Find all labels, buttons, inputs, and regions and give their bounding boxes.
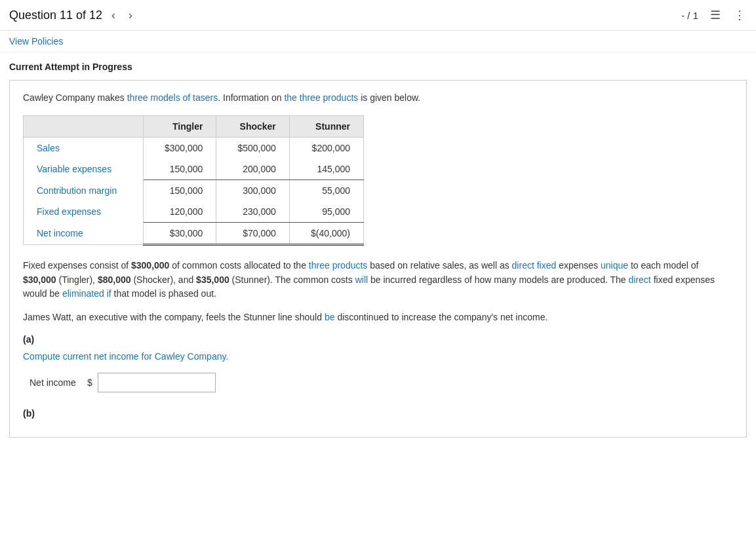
part-a-label: (a) xyxy=(23,334,733,345)
product-table: Tingler Shocker Stunner Sales$300,000$50… xyxy=(23,115,364,246)
highlight-three-models: three models of tasers xyxy=(127,92,218,103)
table-row: Fixed expenses120,000230,00095,000 xyxy=(24,201,364,223)
header-left: Question 11 of 12 ‹ › xyxy=(9,7,681,24)
view-policies-link[interactable]: View Policies xyxy=(9,36,63,47)
row-value-shocker: 200,000 xyxy=(216,159,289,180)
col-header-tingler: Tingler xyxy=(143,116,216,138)
question-intro: Cawley Company makes three models of tas… xyxy=(23,91,733,105)
main-content: Current Attempt in Progress Cawley Compa… xyxy=(0,52,756,462)
table-row: Contribution margin150,000300,00055,000 xyxy=(24,180,364,202)
fixed-expenses-para: Fixed expenses consist of $300,000 of co… xyxy=(23,259,733,301)
row-value-stunner: 55,000 xyxy=(289,180,363,202)
row-value-stunner: $(40,000) xyxy=(289,223,363,245)
row-value-shocker: 300,000 xyxy=(216,180,289,202)
col-header-label xyxy=(24,116,144,138)
sub-header: View Policies xyxy=(0,31,756,52)
row-value-tingler: 150,000 xyxy=(143,180,216,202)
row-value-tingler: $30,000 xyxy=(143,223,216,245)
row-label: Sales xyxy=(24,138,144,159)
col-header-stunner: Stunner xyxy=(289,116,363,138)
part-b-label: (b) xyxy=(23,408,733,419)
question-box: Cawley Company makes three models of tas… xyxy=(9,80,747,438)
table-row: Variable expenses150,000200,000145,000 xyxy=(24,159,364,180)
row-value-tingler: 150,000 xyxy=(143,159,216,180)
table-row: Net income$30,000$70,000$(40,000) xyxy=(24,223,364,245)
row-value-tingler: 120,000 xyxy=(143,201,216,223)
more-options-button[interactable]: ⋮ xyxy=(732,7,747,24)
row-value-shocker: $70,000 xyxy=(216,223,289,245)
current-attempt-label: Current Attempt in Progress xyxy=(9,62,747,72)
row-value-shocker: $500,000 xyxy=(216,138,289,159)
next-question-button[interactable]: › xyxy=(125,7,136,24)
header-right: - / 1 ☰ ⋮ xyxy=(681,7,747,24)
net-income-input[interactable] xyxy=(98,373,216,392)
row-label: Variable expenses xyxy=(24,159,144,180)
row-value-stunner: 145,000 xyxy=(289,159,363,180)
net-income-input-row: Net income $ xyxy=(23,373,733,392)
row-value-stunner: 95,000 xyxy=(289,201,363,223)
dollar-sign: $ xyxy=(87,377,92,388)
question-title: Question 11 of 12 xyxy=(9,9,102,22)
part-a-subquestion: Compute current net income for Cawley Co… xyxy=(23,350,733,364)
list-icon-button[interactable]: ☰ xyxy=(709,7,722,24)
col-header-shocker: Shocker xyxy=(216,116,289,138)
row-label: Net income xyxy=(24,223,144,245)
score-label: - / 1 xyxy=(681,10,698,21)
page-header: Question 11 of 12 ‹ › - / 1 ☰ ⋮ xyxy=(0,0,756,31)
prev-question-button[interactable]: ‹ xyxy=(108,7,119,24)
row-value-tingler: $300,000 xyxy=(143,138,216,159)
highlight-three-products: the three products xyxy=(284,92,358,103)
row-label: Contribution margin xyxy=(24,180,144,202)
net-income-label: Net income xyxy=(30,377,82,388)
row-value-shocker: 230,000 xyxy=(216,201,289,223)
row-value-stunner: $200,000 xyxy=(289,138,363,159)
james-watt-para: James Watt, an executive with the compan… xyxy=(23,311,733,325)
table-row: Sales$300,000$500,000$200,000 xyxy=(24,138,364,159)
row-label: Fixed expenses xyxy=(24,201,144,223)
